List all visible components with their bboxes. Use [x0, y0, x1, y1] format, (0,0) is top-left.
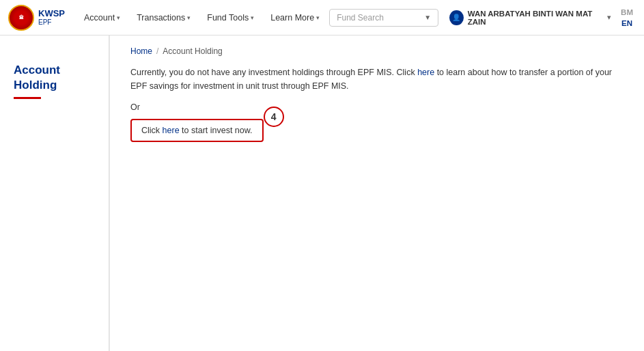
breadcrumb-home[interactable]: Home: [130, 46, 152, 56]
learn-more-caret-icon: ▾: [316, 14, 320, 21]
transactions-caret-icon: ▾: [187, 14, 191, 21]
nav-right: 👤 WAN ARBATYAH BINTI WAN MAT ZAIN ▾ BM E…: [449, 7, 636, 29]
logo-icon: 🏛: [8, 5, 34, 31]
annotation-4: 4: [264, 107, 284, 127]
user-caret-icon: ▾: [607, 13, 611, 22]
user-profile[interactable]: 👤 WAN ARBATYAH BINTI WAN MAT ZAIN ▾: [449, 10, 611, 26]
nav-account[interactable]: Account ▾: [77, 9, 127, 27]
info-text: Currently, you do not have any investmen…: [130, 66, 622, 93]
invest-here-link[interactable]: here: [163, 126, 180, 135]
language-switcher: BM EN: [618, 7, 636, 29]
mis-learn-link[interactable]: here: [417, 68, 434, 77]
main-content: Home / Account Holding Currently, you do…: [109, 36, 644, 351]
brand-logo[interactable]: 🏛 KWSP EPF: [8, 5, 65, 31]
fund-tools-caret-icon: ▾: [251, 14, 254, 21]
brand-text: KWSP EPF: [38, 9, 65, 26]
lang-en-button[interactable]: EN: [619, 18, 635, 29]
nav-learn-more[interactable]: Learn More ▾: [264, 9, 326, 27]
brand-epf: EPF: [38, 18, 65, 26]
invest-box-container: Click here to start invest now. 4: [130, 119, 264, 142]
breadcrumb-separator: /: [156, 46, 158, 56]
navbar: 🏛 KWSP EPF Account ▾ Transactions ▾ Fund…: [0, 0, 644, 36]
fund-search-input[interactable]: Fund Search ▼: [329, 9, 438, 27]
sidebar-underline: [14, 97, 41, 99]
or-label: Or: [130, 102, 624, 112]
account-caret-icon: ▾: [117, 14, 120, 21]
brand-kwsp: KWSP: [38, 9, 65, 18]
user-name: WAN ARBATYAH BINTI WAN MAT ZAIN: [468, 10, 603, 26]
nav-menu: Account ▾ Transactions ▾ Fund Tools ▾ Le…: [77, 9, 438, 27]
breadcrumb: Home / Account Holding: [130, 46, 624, 56]
nav-transactions[interactable]: Transactions ▾: [130, 9, 197, 27]
nav-fund-tools[interactable]: Fund Tools ▾: [200, 9, 261, 27]
fund-search-caret-icon: ▼: [424, 14, 431, 21]
lang-bm-button[interactable]: BM: [618, 7, 636, 18]
breadcrumb-current: Account Holding: [163, 46, 222, 56]
page-wrapper: Account Holding Home / Account Holding C…: [0, 36, 644, 351]
invest-box[interactable]: Click here to start invest now.: [130, 119, 264, 142]
user-avatar-icon: 👤: [449, 10, 464, 25]
sidebar: Account Holding: [0, 36, 109, 351]
sidebar-title: Account Holding: [14, 63, 100, 93]
